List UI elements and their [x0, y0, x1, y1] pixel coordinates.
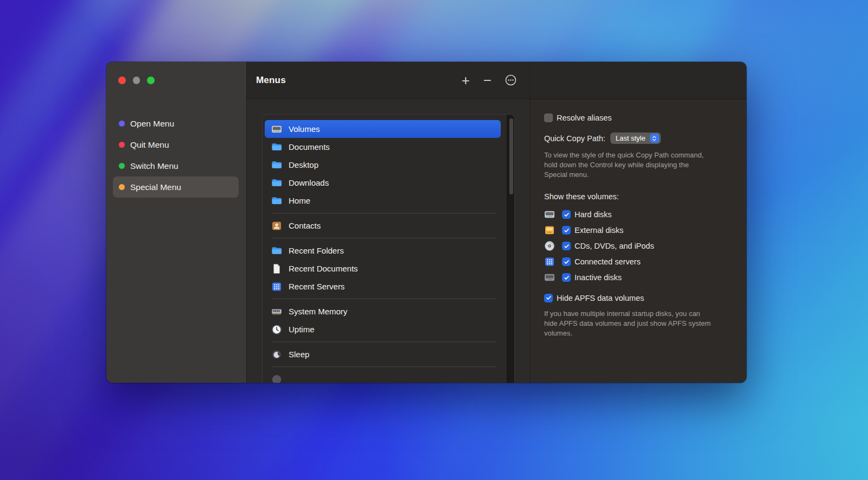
list-item-contacts[interactable]: Contacts — [265, 217, 501, 235]
add-item-button[interactable]: + — [462, 73, 470, 87]
list-separator — [271, 367, 496, 367]
hard-disks-row[interactable]: Hard disks — [544, 207, 732, 223]
app-window: Open Menu Quit Menu Switch Menu Special … — [106, 62, 746, 383]
sidebar-item-switch-menu[interactable]: Switch Menu — [113, 155, 239, 176]
sidebar-item-special-menu[interactable]: Special Menu — [113, 176, 239, 198]
sidebar-item-label: Quit Menu — [130, 140, 169, 150]
menu-items-pane: Menus + − Volumes Documents — [247, 62, 530, 383]
list-item-label: Volumes — [289, 124, 320, 134]
list-item-desktop[interactable]: Desktop — [265, 156, 501, 174]
document-icon — [271, 263, 282, 274]
more-options-button[interactable] — [505, 74, 516, 86]
hide-apfs-row[interactable]: Hide APFS data volumes — [544, 294, 732, 302]
folder-icon — [271, 160, 282, 170]
checkbox-label: Inactive disks — [575, 273, 622, 282]
list-item-label: Desktop — [289, 160, 318, 169]
list-item-label: Contacts — [289, 221, 321, 230]
menu-color-dot — [119, 121, 125, 127]
minimize-button[interactable] — [133, 77, 141, 84]
list-item-sleep[interactable]: Sleep — [265, 345, 501, 363]
sidebar-item-label: Open Menu — [130, 119, 174, 129]
remove-item-button[interactable]: − — [483, 73, 492, 87]
selected-option-label: Last style — [616, 134, 646, 142]
list-item-home[interactable]: Home — [265, 192, 501, 210]
zoom-button[interactable] — [147, 77, 155, 84]
list-item-label: Recent Servers — [289, 282, 344, 291]
titlebar: Menus + − — [247, 62, 529, 99]
checkbox-label: CDs, DVDs, and iPods — [575, 242, 654, 250]
sidebar-item-quit-menu[interactable]: Quit Menu — [113, 134, 239, 155]
menu-color-dot — [119, 142, 125, 148]
show-volumes-label: Show these volumes: — [544, 192, 732, 201]
sidebar-item-label: Switch Menu — [130, 161, 178, 171]
external-disk-icon — [544, 225, 555, 236]
settings-content: Resolve aliases Quick Copy Path: Last st… — [530, 99, 746, 338]
page-title: Menus — [256, 75, 286, 86]
checkbox-label: Resolve aliases — [557, 113, 612, 122]
list-item-recent-servers[interactable]: Recent Servers — [265, 277, 501, 295]
list-item-documents[interactable]: Documents — [265, 138, 501, 156]
list-item-label: Recent Folders — [289, 246, 344, 255]
list-item-label: System Memory — [289, 307, 347, 316]
list-item-label: Downloads — [289, 178, 329, 187]
list-item-system-memory[interactable]: System Memory — [265, 302, 501, 320]
inactive-disks-checkbox[interactable] — [562, 273, 571, 282]
list-separator — [271, 213, 496, 213]
folder-icon — [271, 245, 282, 256]
server-icon — [544, 256, 555, 267]
connected-servers-row[interactable]: Connected servers — [544, 254, 732, 270]
clock-icon — [271, 324, 282, 335]
external-disks-checkbox[interactable] — [562, 226, 571, 235]
folder-icon — [271, 178, 282, 188]
internal-disk-icon — [544, 209, 555, 220]
list-item-partial[interactable] — [265, 370, 501, 383]
list-separator — [271, 299, 496, 299]
checkbox-label: Connected servers — [575, 257, 641, 266]
volume-options-list: Hard disks External disks CDs, DVDs, and… — [544, 207, 732, 286]
external-disks-row[interactable]: External disks — [544, 223, 732, 238]
quick-copy-path-label: Quick Copy Path: — [544, 134, 605, 143]
folder-icon — [271, 195, 282, 206]
menu-color-dot — [119, 184, 125, 190]
toolbar: + − — [462, 73, 516, 87]
quick-copy-path-select[interactable]: Last style — [610, 132, 661, 144]
list-item-downloads[interactable]: Downloads — [265, 174, 501, 192]
list-container: Volumes Documents Desktop Downloads Home — [247, 99, 529, 383]
menu-color-dot — [119, 163, 125, 169]
list-item-uptime[interactable]: Uptime — [265, 320, 501, 338]
sleep-icon — [271, 349, 282, 360]
checkbox-label: Hard disks — [575, 210, 612, 219]
checkbox-label: External disks — [575, 226, 623, 235]
list-item-volumes[interactable]: Volumes — [265, 120, 501, 138]
scrollbar-thumb[interactable] — [509, 118, 513, 194]
settings-pane: Resolve aliases Quick Copy Path: Last st… — [530, 62, 746, 383]
list-scrollbar[interactable] — [507, 115, 514, 383]
hide-apfs-checkbox[interactable] — [544, 294, 553, 302]
list-item-recent-documents[interactable]: Recent Documents — [265, 260, 501, 277]
sidebar-item-open-menu[interactable]: Open Menu — [113, 113, 239, 134]
sidebar: Open Menu Quit Menu Switch Menu Special … — [106, 62, 247, 383]
list-item-label: Sleep — [289, 350, 309, 359]
list-item-label: Documents — [289, 142, 330, 151]
inactive-disk-icon — [544, 272, 555, 283]
resolve-aliases-row[interactable]: Resolve aliases — [544, 113, 732, 122]
list-item-label: Recent Documents — [289, 264, 358, 273]
cds-dvds-ipods-row[interactable]: CDs, DVDs, and iPods — [544, 238, 732, 254]
close-button[interactable] — [118, 77, 126, 84]
ellipsis-circle-icon — [505, 74, 516, 86]
settings-pane-header — [530, 62, 746, 99]
hide-apfs-help-text: If you have multiple internal startup di… — [544, 309, 711, 339]
checkbox-label: Hide APFS data volumes — [557, 294, 644, 302]
inactive-disks-row[interactable]: Inactive disks — [544, 270, 732, 286]
list-item-label: Uptime — [289, 325, 315, 334]
contacts-icon — [271, 220, 282, 231]
cds-dvds-ipods-checkbox[interactable] — [562, 242, 571, 250]
resolve-aliases-checkbox[interactable] — [544, 113, 553, 122]
list-separator — [271, 342, 496, 342]
hard-disks-checkbox[interactable] — [562, 210, 571, 219]
list-item-recent-folders[interactable]: Recent Folders — [265, 242, 501, 260]
quick-copy-path-row: Quick Copy Path: Last style — [544, 132, 732, 144]
folder-icon — [271, 142, 282, 153]
generic-icon — [271, 374, 282, 383]
connected-servers-checkbox[interactable] — [562, 257, 571, 266]
